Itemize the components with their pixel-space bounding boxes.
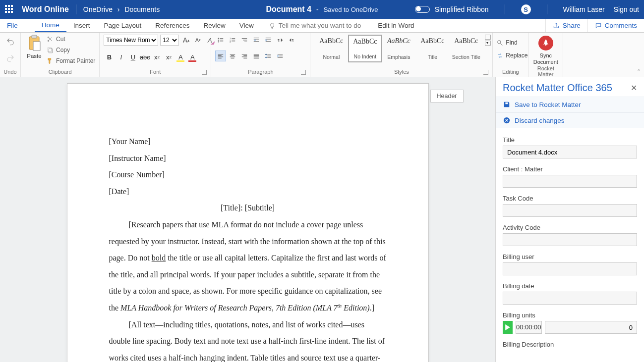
- user-name[interactable]: William Laser: [563, 5, 605, 13]
- text-line[interactable]: [Date]: [109, 183, 387, 200]
- text-line[interactable]: [Your Name]: [109, 133, 387, 150]
- align-center-button[interactable]: [227, 51, 238, 61]
- shrink-font-button[interactable]: A▾: [193, 35, 203, 45]
- timer-play-button[interactable]: [503, 321, 513, 334]
- group-clipboard: Paste Cut Copy Format Painter Clipboard: [21, 33, 100, 77]
- font-color-button[interactable]: A: [187, 52, 198, 62]
- tab-home[interactable]: Home: [35, 19, 66, 32]
- decrease-indent-button[interactable]: [251, 35, 262, 46]
- style-section-title[interactable]: AaBbCcSection Title: [449, 35, 483, 62]
- font-name-select[interactable]: Times New Roman: [104, 35, 158, 46]
- tab-references[interactable]: References: [148, 19, 196, 32]
- increase-indent-button[interactable]: [263, 35, 274, 46]
- rocket-matter-panel: Rocket Matter Office 365 ✕ Save to Rocke…: [495, 77, 644, 362]
- page[interactable]: [Your Name] [Instructor Name] [Course Nu…: [67, 83, 429, 362]
- underline-button[interactable]: U: [127, 52, 138, 62]
- text-line[interactable]: [Course Number]: [109, 166, 387, 183]
- highlight-color-button[interactable]: A: [175, 52, 186, 62]
- paste-label: Paste: [25, 53, 44, 59]
- task-code-input[interactable]: [503, 204, 637, 217]
- numbering-button[interactable]: 123: [227, 35, 238, 46]
- italic-button[interactable]: I: [116, 52, 126, 62]
- share-button[interactable]: Share: [545, 19, 587, 32]
- style-title[interactable]: AaBbCcTitle: [415, 35, 449, 62]
- strikethrough-button[interactable]: abc: [139, 52, 150, 62]
- paste-button[interactable]: Paste: [25, 35, 44, 59]
- billing-units-input[interactable]: [545, 321, 637, 334]
- group-paragraph: 123 ¶ ¶ Paragraph: [211, 33, 310, 77]
- page-content[interactable]: [Your Name] [Instructor Name] [Course Nu…: [67, 84, 428, 362]
- billing-description-label: Billing Description: [503, 341, 637, 348]
- tell-me-search[interactable]: Tell me what you want to do: [269, 19, 361, 32]
- document-canvas[interactable]: [Your Name] [Instructor Name] [Course Nu…: [0, 77, 495, 362]
- line-spacing-button[interactable]: [263, 51, 274, 61]
- close-icon[interactable]: ✕: [631, 83, 637, 93]
- ltr-button[interactable]: ¶: [275, 35, 286, 46]
- sync-document-button[interactable]: SyncDocument: [533, 35, 558, 65]
- replace-button[interactable]: Replace: [497, 51, 527, 60]
- tab-insert[interactable]: Insert: [66, 19, 97, 32]
- title-input[interactable]: [503, 146, 637, 158]
- align-left-button[interactable]: [215, 51, 226, 61]
- copy-button[interactable]: Copy: [47, 46, 95, 54]
- undo-button[interactable]: [5, 36, 16, 47]
- bullets-button[interactable]: [215, 35, 226, 46]
- paragraph-1[interactable]: [Research papers that use MLA format do …: [109, 216, 387, 316]
- find-button[interactable]: Find: [497, 38, 517, 48]
- client-matter-input[interactable]: [503, 175, 637, 188]
- dialog-launcher-icon[interactable]: [483, 70, 488, 75]
- redo-button[interactable]: [5, 53, 16, 64]
- style-emphasis[interactable]: AaBbCcEmphasis: [382, 35, 415, 62]
- save-label: Save to Rocket Matter: [515, 101, 581, 108]
- billing-user-input[interactable]: [503, 262, 637, 275]
- paragraph-2[interactable]: [All text—including titles, quotations, …: [109, 316, 387, 362]
- breadcrumb[interactable]: OneDrive › Documents: [83, 5, 160, 13]
- discard-changes-button[interactable]: Discard changes: [496, 112, 644, 128]
- tab-view[interactable]: View: [233, 19, 261, 32]
- dialog-launcher-icon[interactable]: [301, 70, 306, 75]
- skype-icon[interactable]: S: [521, 4, 531, 14]
- tab-page-layout[interactable]: Page Layout: [97, 19, 149, 32]
- grow-font-button[interactable]: A▴: [181, 35, 191, 45]
- simplified-ribbon-toggle[interactable]: Simplified Ribbon: [415, 5, 489, 13]
- font-size-select[interactable]: 12: [160, 35, 179, 46]
- subscript-button[interactable]: x2: [151, 52, 162, 62]
- text-title[interactable]: [Title]: [Subtitle]: [109, 200, 387, 216]
- style-no-indent[interactable]: AaBbCcNo Indent: [348, 35, 382, 62]
- align-right-button[interactable]: [239, 51, 250, 61]
- app-launcher-icon[interactable]: [5, 5, 14, 14]
- special-indent-button[interactable]: [275, 51, 286, 61]
- svg-rect-2: [33, 42, 40, 51]
- cut-button[interactable]: Cut: [47, 35, 95, 44]
- group-undo: Undo: [0, 33, 21, 77]
- dialog-launcher-icon[interactable]: [202, 70, 207, 75]
- save-to-rocket-matter-button[interactable]: Save to Rocket Matter: [496, 97, 644, 112]
- format-painter-button[interactable]: Format Painter: [47, 56, 95, 65]
- title-bar: Word Online OneDrive › Documents Documen…: [0, 0, 644, 19]
- tab-review[interactable]: Review: [196, 19, 232, 32]
- svg-point-7: [218, 41, 219, 42]
- breadcrumb-location[interactable]: OneDrive: [83, 5, 113, 13]
- bold-button[interactable]: B: [104, 52, 115, 62]
- rtl-button[interactable]: ¶: [287, 35, 297, 46]
- activity-code-input[interactable]: [503, 233, 637, 246]
- clipboard-icon: [27, 35, 41, 52]
- breadcrumb-folder[interactable]: Documents: [124, 5, 160, 13]
- svg-point-13: [498, 40, 501, 44]
- superscript-button[interactable]: x2: [163, 52, 174, 62]
- justify-button[interactable]: [251, 51, 262, 61]
- tab-file[interactable]: File: [0, 19, 25, 32]
- billing-date-input[interactable]: [503, 292, 637, 305]
- text-line[interactable]: [Instructor Name]: [109, 150, 387, 167]
- panel-title: Rocket Matter Office 365: [503, 82, 612, 94]
- styles-more-button[interactable]: ▾: [485, 35, 493, 46]
- multilevel-list-button[interactable]: [239, 35, 250, 46]
- header-button[interactable]: Header: [430, 90, 464, 103]
- style-normal[interactable]: AaBbCcNormal: [314, 35, 348, 62]
- edit-in-word-link[interactable]: Edit in Word: [371, 19, 421, 32]
- comments-button[interactable]: Comments: [587, 19, 644, 32]
- billing-units-label: Billing units: [503, 311, 637, 319]
- document-title[interactable]: Document 4: [266, 5, 311, 14]
- sign-out-link[interactable]: Sign out: [614, 5, 639, 13]
- collapse-ribbon-button[interactable]: ⌃: [637, 68, 641, 75]
